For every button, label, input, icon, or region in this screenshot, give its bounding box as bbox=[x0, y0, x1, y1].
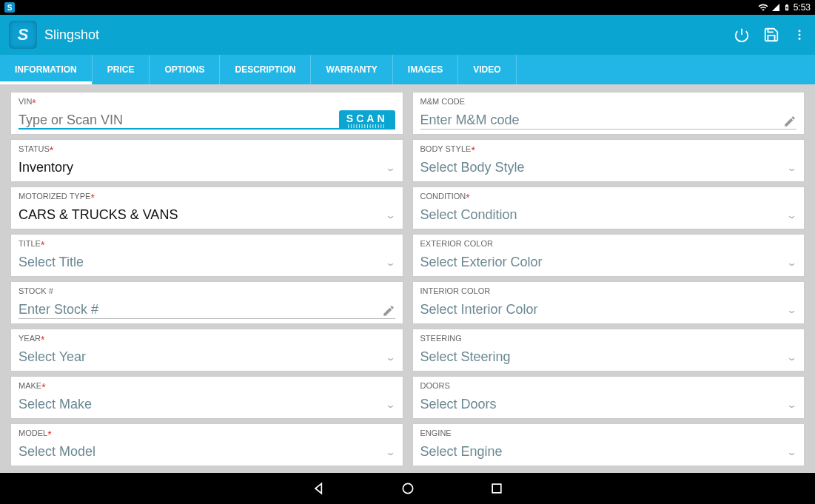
tab-information[interactable]: INFORMATION bbox=[0, 55, 93, 84]
tab-images[interactable]: IMAGES bbox=[393, 55, 458, 84]
tab-video[interactable]: VIDEO bbox=[458, 55, 516, 84]
condition-value: Select Condition bbox=[420, 206, 787, 226]
field-mm-code: M&M CODE Enter M&M code bbox=[412, 92, 805, 135]
android-status-bar: S 5:53 bbox=[0, 0, 815, 15]
tab-description[interactable]: DESCRIPTION bbox=[220, 55, 311, 84]
chevron-down-icon: ⌄ bbox=[382, 447, 398, 459]
pencil-icon[interactable] bbox=[382, 304, 395, 317]
field-year[interactable]: YEAR* Select Year ⌄ bbox=[10, 329, 403, 372]
svg-point-1 bbox=[799, 34, 801, 36]
svg-point-2 bbox=[799, 38, 801, 40]
app-bar: S Slingshot bbox=[0, 15, 815, 55]
tab-bar: INFORMATION PRICE OPTIONS DESCRIPTION WA… bbox=[0, 55, 815, 84]
save-icon[interactable] bbox=[763, 27, 779, 43]
model-value: Select Model bbox=[19, 443, 385, 463]
tab-options[interactable]: OPTIONS bbox=[150, 55, 220, 84]
chevron-down-icon: ⌄ bbox=[784, 352, 799, 364]
field-doors[interactable]: DOORS Select Doors ⌄ bbox=[412, 376, 805, 419]
field-steering[interactable]: STEERING Select Steering ⌄ bbox=[412, 329, 805, 372]
svg-rect-4 bbox=[492, 484, 501, 493]
chevron-down-icon: ⌄ bbox=[382, 400, 398, 411]
chevron-down-icon: ⌄ bbox=[382, 352, 398, 364]
android-nav-bar bbox=[0, 473, 815, 504]
form-content: VIN* SCAN|||||||||||||| M&M CODE Enter M… bbox=[0, 84, 815, 473]
steering-value: Select Steering bbox=[420, 348, 787, 368]
app-small-icon: S bbox=[4, 2, 15, 13]
svg-point-0 bbox=[799, 30, 801, 32]
chevron-down-icon: ⌄ bbox=[382, 210, 398, 222]
app-logo: S bbox=[9, 21, 37, 49]
status-time: 5:53 bbox=[794, 2, 811, 13]
chevron-down-icon: ⌄ bbox=[382, 163, 398, 175]
recent-icon[interactable] bbox=[489, 481, 504, 496]
interior-color-value: Select Interior Color bbox=[420, 300, 787, 320]
field-title[interactable]: TITLE* Select Title ⌄ bbox=[10, 234, 403, 277]
field-stock: STOCK # Enter Stock # bbox=[10, 281, 403, 324]
chevron-down-icon: ⌄ bbox=[784, 163, 799, 175]
tab-price[interactable]: PRICE bbox=[93, 55, 150, 84]
chevron-down-icon: ⌄ bbox=[784, 305, 799, 317]
make-value: Select Make bbox=[19, 395, 385, 415]
field-interior-color[interactable]: INTERIOR COLOR Select Interior Color ⌄ bbox=[412, 281, 805, 324]
stock-input[interactable]: Enter Stock # bbox=[19, 300, 382, 320]
doors-value: Select Doors bbox=[420, 395, 787, 415]
chevron-down-icon: ⌄ bbox=[784, 258, 799, 269]
engine-value: Select Engine bbox=[420, 443, 787, 463]
power-icon[interactable] bbox=[734, 27, 750, 43]
scan-button[interactable]: SCAN|||||||||||||| bbox=[339, 110, 395, 130]
field-vin: VIN* SCAN|||||||||||||| bbox=[10, 92, 403, 135]
field-condition[interactable]: CONDITION* Select Condition ⌄ bbox=[412, 187, 805, 229]
field-motorized-type[interactable]: MOTORIZED TYPE* CARS & TRUCKS & VANS ⌄ bbox=[10, 187, 403, 229]
overflow-menu-icon[interactable] bbox=[793, 27, 806, 43]
status-value: Inventory bbox=[19, 158, 385, 178]
battery-icon bbox=[783, 2, 791, 13]
home-icon[interactable] bbox=[400, 481, 415, 496]
body-style-value: Select Body Style bbox=[420, 158, 787, 178]
svg-point-3 bbox=[403, 483, 412, 493]
field-model[interactable]: MODEL* Select Model ⌄ bbox=[10, 423, 403, 466]
chevron-down-icon: ⌄ bbox=[784, 447, 799, 459]
chevron-down-icon: ⌄ bbox=[784, 400, 799, 411]
app-title: Slingshot bbox=[44, 27, 734, 43]
chevron-down-icon: ⌄ bbox=[784, 210, 799, 222]
field-make[interactable]: MAKE* Select Make ⌄ bbox=[10, 376, 403, 419]
back-icon[interactable] bbox=[312, 481, 326, 496]
field-body-style[interactable]: BODY STYLE* Select Body Style ⌄ bbox=[412, 139, 805, 182]
title-value: Select Title bbox=[19, 253, 385, 273]
field-engine[interactable]: ENGINE Select Engine ⌄ bbox=[412, 423, 805, 466]
exterior-color-value: Select Exterior Color bbox=[420, 253, 787, 273]
year-value: Select Year bbox=[19, 348, 385, 368]
mm-input[interactable]: Enter M&M code bbox=[420, 111, 784, 131]
field-status[interactable]: STATUS* Inventory ⌄ bbox=[10, 139, 403, 182]
motorized-type-value: CARS & TRUCKS & VANS bbox=[19, 206, 385, 226]
tab-warranty[interactable]: WARRANTY bbox=[311, 55, 392, 84]
pencil-icon[interactable] bbox=[783, 115, 796, 128]
signal-icon bbox=[771, 3, 780, 12]
chevron-down-icon: ⌄ bbox=[382, 258, 398, 269]
wifi-icon bbox=[758, 2, 768, 13]
field-exterior-color[interactable]: EXTERIOR COLOR Select Exterior Color ⌄ bbox=[412, 234, 805, 277]
